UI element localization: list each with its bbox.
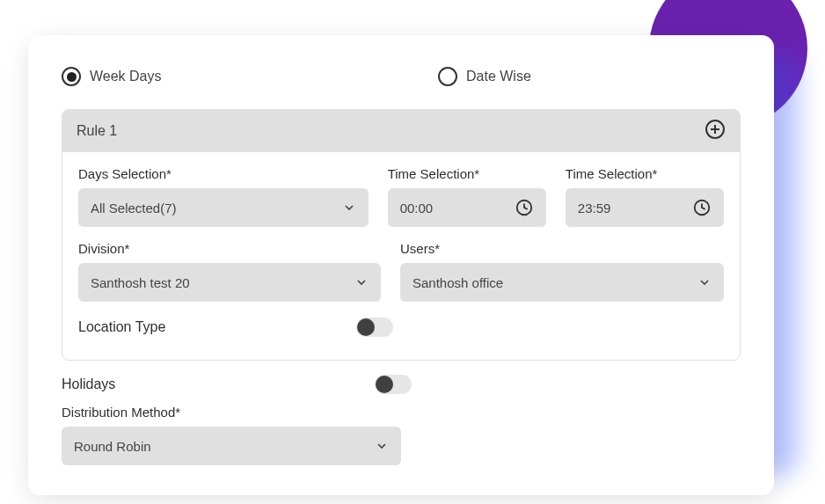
rule-header: Rule 1: [62, 110, 740, 152]
distribution-field: Distribution Method* Round Robin: [62, 405, 401, 465]
rule-title: Rule 1: [77, 123, 117, 139]
chevron-down-icon: [375, 439, 389, 453]
radio-icon-selected: [62, 67, 81, 86]
days-selection-field: Days Selection* All Selected(7): [78, 166, 369, 227]
radio-icon-unselected: [438, 67, 457, 86]
holidays-toggle[interactable]: [375, 375, 412, 394]
radio-week-days[interactable]: Week Days: [62, 67, 438, 86]
users-field: Users* Santhosh office: [400, 241, 724, 302]
holidays-label: Holidays: [62, 376, 115, 392]
users-value: Santhosh office: [412, 275, 503, 290]
days-selection-value: All Selected(7): [91, 201, 177, 215]
time-to-field: Time Selection* 23:59: [566, 166, 724, 227]
clock-icon: [692, 198, 712, 217]
chevron-down-icon: [342, 201, 356, 215]
schedule-type-group: Week Days Date Wise: [62, 67, 741, 86]
division-value: Santhosh test 20: [91, 275, 190, 290]
division-field: Division* Santhosh test 20: [78, 241, 381, 302]
rule-panel: Rule 1 Days Selection* All Selected(7): [62, 109, 741, 361]
clock-icon: [515, 198, 534, 217]
toggle-knob: [357, 318, 375, 336]
time-from-input[interactable]: 00:00: [388, 188, 546, 227]
distribution-value: Round Robin: [74, 439, 151, 454]
rule-body: Days Selection* All Selected(7) Time Sel…: [62, 152, 740, 360]
toggle-knob: [376, 376, 393, 393]
radio-date-wise[interactable]: Date Wise: [438, 67, 531, 86]
chevron-down-icon: [697, 275, 712, 289]
holidays-row: Holidays: [62, 373, 412, 396]
distribution-label: Distribution Method*: [62, 405, 401, 420]
users-select[interactable]: Santhosh office: [400, 263, 724, 302]
division-select[interactable]: Santhosh test 20: [78, 263, 381, 302]
location-type-label: Location Type: [78, 319, 165, 335]
division-label: Division*: [78, 241, 381, 256]
users-label: Users*: [400, 241, 724, 256]
location-type-toggle[interactable]: [356, 318, 393, 337]
row-1: Days Selection* All Selected(7) Time Sel…: [78, 166, 724, 227]
time-from-value: 00:00: [400, 201, 434, 215]
days-selection-label: Days Selection*: [78, 166, 369, 181]
radio-date-wise-label: Date Wise: [466, 69, 531, 84]
chevron-down-icon: [354, 275, 369, 289]
time-to-label: Time Selection*: [566, 166, 724, 181]
time-from-field: Time Selection* 00:00: [388, 166, 546, 227]
plus-circle-icon: [705, 119, 726, 140]
time-from-label: Time Selection*: [388, 166, 546, 181]
distribution-select[interactable]: Round Robin: [62, 427, 401, 465]
row-2: Division* Santhosh test 20 Users* Santho…: [78, 241, 724, 302]
time-to-input[interactable]: 23:59: [566, 188, 724, 227]
days-selection-select[interactable]: All Selected(7): [78, 188, 369, 227]
add-rule-button[interactable]: [705, 119, 726, 143]
radio-week-days-label: Week Days: [90, 69, 162, 84]
settings-card: Week Days Date Wise Rule 1 Days Selectio…: [28, 35, 774, 495]
time-to-value: 23:59: [578, 201, 611, 215]
location-type-row: Location Type: [78, 316, 393, 339]
